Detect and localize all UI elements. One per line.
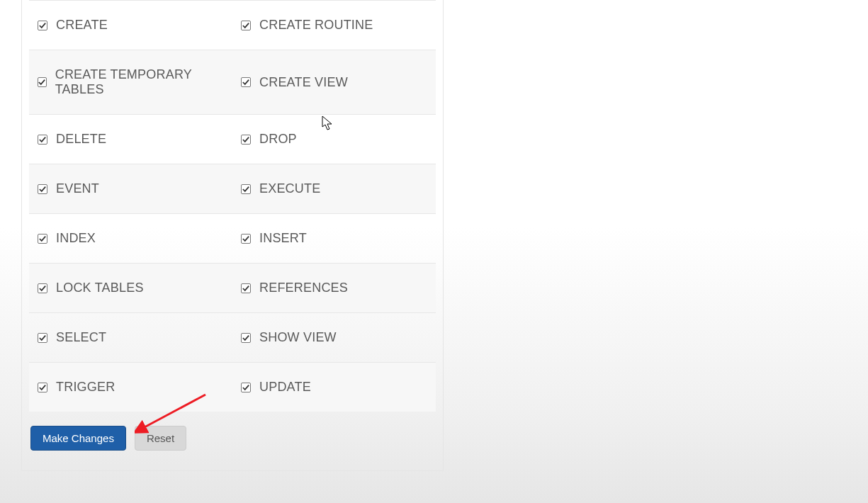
privilege-row: LOCK TABLES REFERENCES <box>29 264 436 313</box>
checkbox-create-routine[interactable] <box>241 21 251 30</box>
privilege-label: TRIGGER <box>56 380 115 395</box>
privilege-cell: DROP <box>232 115 436 164</box>
checkbox-create-view[interactable] <box>241 77 251 87</box>
privilege-cell: SELECT <box>29 313 232 362</box>
checkbox-execute[interactable] <box>241 184 251 194</box>
checkbox-update[interactable] <box>241 383 251 392</box>
checkbox-select[interactable] <box>38 333 47 343</box>
privilege-cell: CREATE <box>29 1 232 50</box>
privilege-cell: CREATE ROUTINE <box>232 1 436 50</box>
privilege-row: SELECT SHOW VIEW <box>29 313 436 363</box>
checkbox-trigger[interactable] <box>38 383 47 392</box>
privilege-label: CREATE ROUTINE <box>259 18 373 33</box>
privilege-cell: INSERT <box>232 214 436 263</box>
privilege-cell: LOCK TABLES <box>29 264 232 312</box>
checkbox-event[interactable] <box>38 184 47 194</box>
privilege-cell: EXECUTE <box>232 164 436 213</box>
privilege-cell: SHOW VIEW <box>232 313 436 362</box>
checkbox-create-temporary-tables[interactable] <box>38 77 47 87</box>
privilege-cell: EVENT <box>29 164 232 213</box>
privilege-cell: TRIGGER <box>29 363 232 412</box>
privileges-grid: CREATE CREATE ROUTINE CREATE TEMPORARY T… <box>29 0 436 412</box>
privilege-label: EVENT <box>56 181 99 196</box>
privilege-label: REFERENCES <box>259 281 348 295</box>
privilege-row: CREATE CREATE ROUTINE <box>29 1 436 50</box>
button-row: Make Changes Reset <box>22 426 443 451</box>
privileges-panel: CREATE CREATE ROUTINE CREATE TEMPORARY T… <box>21 0 444 471</box>
checkbox-insert[interactable] <box>241 234 251 244</box>
privilege-label: SHOW VIEW <box>259 330 337 345</box>
privilege-label: INDEX <box>56 231 96 246</box>
privilege-label: DELETE <box>56 132 106 147</box>
checkbox-drop[interactable] <box>241 135 251 145</box>
privilege-cell: CREATE TEMPORARY TABLES <box>29 50 232 114</box>
privilege-label: INSERT <box>259 231 307 246</box>
privilege-row: EVENT EXECUTE <box>29 164 436 214</box>
checkbox-delete[interactable] <box>38 135 47 145</box>
privilege-label: UPDATE <box>259 380 311 395</box>
privilege-label: CREATE VIEW <box>259 75 348 90</box>
privilege-label: SELECT <box>56 330 106 345</box>
privilege-label: CREATE TEMPORARY TABLES <box>55 67 224 97</box>
privilege-row: TRIGGER UPDATE <box>29 363 436 412</box>
reset-button[interactable]: Reset <box>135 426 186 451</box>
privilege-row: DELETE DROP <box>29 115 436 164</box>
privilege-cell: INDEX <box>29 214 232 263</box>
checkbox-index[interactable] <box>38 234 47 244</box>
privilege-label: DROP <box>259 132 297 147</box>
checkbox-create[interactable] <box>38 21 47 30</box>
privilege-cell: DELETE <box>29 115 232 164</box>
make-changes-button[interactable]: Make Changes <box>30 426 126 451</box>
privilege-label: EXECUTE <box>259 181 320 196</box>
privilege-cell: UPDATE <box>232 363 436 412</box>
privilege-row: INDEX INSERT <box>29 214 436 264</box>
checkbox-references[interactable] <box>241 283 251 293</box>
privilege-label: CREATE <box>56 18 108 33</box>
checkbox-lock-tables[interactable] <box>38 283 47 293</box>
privilege-cell: CREATE VIEW <box>232 50 436 114</box>
privilege-label: LOCK TABLES <box>56 281 144 295</box>
privilege-row: CREATE TEMPORARY TABLES CREATE VIEW <box>29 50 436 115</box>
checkbox-show-view[interactable] <box>241 333 251 343</box>
privilege-cell: REFERENCES <box>232 264 436 312</box>
